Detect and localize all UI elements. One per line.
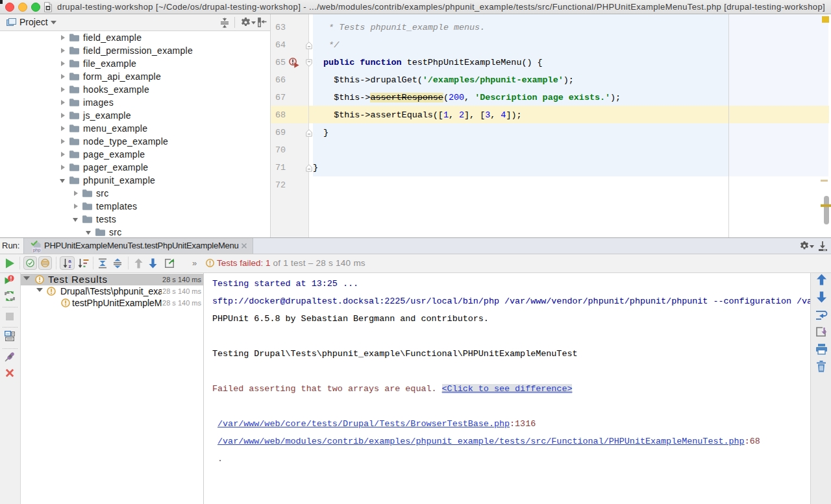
svg-text:z: z	[69, 263, 71, 269]
svg-text:php: php	[33, 248, 41, 252]
